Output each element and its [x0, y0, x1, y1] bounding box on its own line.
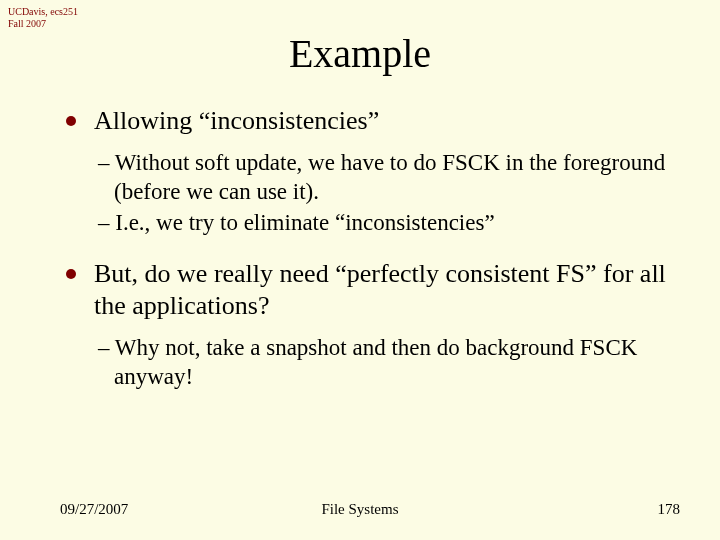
sub-bullet-item: – Why not, take a snapshot and then do b… — [62, 333, 668, 392]
bullet-dot-icon — [66, 269, 76, 279]
bullet-dot-icon — [66, 116, 76, 126]
bullet-text: But, do we really need “perfectly consis… — [94, 259, 666, 321]
footer-page-number: 178 — [658, 501, 681, 518]
bullet-item: Allowing “inconsistencies” — [62, 105, 668, 138]
bullet-text: Allowing “inconsistencies” — [94, 106, 379, 135]
term-label: Fall 2007 — [8, 18, 78, 30]
sub-bullet-item: – Without soft update, we have to do FSC… — [62, 148, 668, 207]
course-code: UCDavis, ecs251 — [8, 6, 78, 18]
slide-title: Example — [0, 30, 720, 77]
footer-date: 09/27/2007 — [60, 501, 128, 518]
sub-bullet-item: – I.e., we try to eliminate “inconsisten… — [62, 208, 668, 237]
slide-footer: 09/27/2007 File Systems 178 — [0, 501, 720, 518]
bullet-item: But, do we really need “perfectly consis… — [62, 258, 668, 323]
slide-body: Allowing “inconsistencies” – Without sof… — [0, 105, 720, 392]
slide-header: UCDavis, ecs251 Fall 2007 — [8, 6, 78, 29]
